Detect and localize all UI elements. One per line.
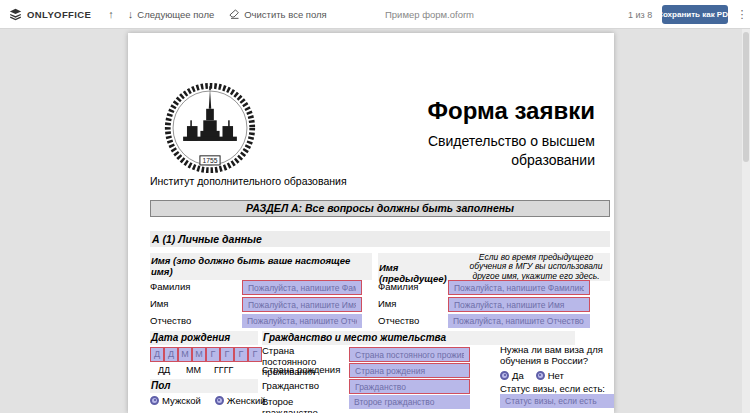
visa-no-radio[interactable] bbox=[536, 371, 545, 380]
previous-firstname-field[interactable] bbox=[448, 297, 590, 312]
current-surname-row: Фамилия bbox=[150, 280, 384, 295]
msu-building-silhouette bbox=[183, 86, 237, 141]
male-label: Мужской bbox=[162, 395, 201, 406]
date-year-cell[interactable]: Г bbox=[248, 347, 262, 362]
arrow-up-icon: ↑ bbox=[108, 8, 114, 20]
msu-emblem-logo: 1755 bbox=[162, 80, 258, 176]
month-hint: ММ bbox=[186, 365, 201, 375]
date-year-cell[interactable]: Г bbox=[220, 347, 234, 362]
date-year-cell[interactable]: Г bbox=[234, 347, 248, 362]
date-year-cell[interactable]: Г bbox=[206, 347, 220, 362]
gender-header: Пол bbox=[150, 379, 258, 393]
onlyoffice-logo: ONLYOFFICE bbox=[0, 8, 101, 21]
visa-column: Нужна ли вам виза для обучения в России?… bbox=[500, 344, 632, 366]
birth-country-field[interactable] bbox=[349, 363, 470, 378]
male-radio[interactable] bbox=[150, 396, 159, 405]
date-month-cell[interactable]: М bbox=[192, 347, 206, 362]
day-hint: ДД bbox=[158, 365, 170, 375]
citizenship-header: Гражданство и место жительства bbox=[262, 331, 575, 345]
current-name-header: Имя (это должно быть ваше настоящее имя) bbox=[150, 253, 372, 280]
brand-name: ONLYOFFICE bbox=[27, 9, 91, 20]
date-day-cell[interactable]: Д bbox=[150, 347, 164, 362]
institute-line: Институт дополнительного образования bbox=[150, 175, 347, 187]
current-surname-field[interactable] bbox=[242, 280, 362, 295]
birth-date-header: Дата рождения bbox=[150, 331, 258, 345]
citizenship-field[interactable] bbox=[349, 379, 470, 394]
visa-question: Нужна ли вам виза для обучения в России? bbox=[500, 344, 632, 366]
arrow-down-icon: ↓ bbox=[128, 8, 134, 20]
emblem-year: 1755 bbox=[203, 157, 218, 164]
form-subtitle: Свидетельство о высшем образовании bbox=[417, 132, 595, 170]
previous-patronymic-field[interactable] bbox=[448, 314, 590, 328]
eraser-icon bbox=[228, 8, 240, 20]
birth-date-cells: Д Д М М Г Г Г Г bbox=[150, 347, 262, 362]
scrollbar-thumb[interactable] bbox=[743, 32, 749, 162]
firstname-label: Имя bbox=[150, 297, 169, 311]
previous-surname-field[interactable] bbox=[448, 280, 590, 295]
surname-label: Фамилия bbox=[150, 280, 190, 294]
citizenship-label: Гражданство bbox=[262, 381, 350, 392]
patronymic-label: Отчество bbox=[378, 314, 419, 328]
next-field-label: Следующее поле bbox=[137, 9, 214, 20]
current-firstname-field[interactable] bbox=[242, 297, 362, 312]
document-page: 1755 Форма заявки Свидетельство о высшем… bbox=[128, 33, 614, 413]
next-field-button[interactable]: ↓ Следующее поле bbox=[121, 3, 221, 25]
save-as-pdf-button[interactable]: Сохранить как PDF bbox=[662, 5, 728, 24]
residence-country-field[interactable] bbox=[349, 347, 470, 362]
birth-country-label: Страна рождения bbox=[262, 365, 350, 376]
patronymic-label: Отчество bbox=[150, 314, 191, 328]
visa-yes-radio[interactable] bbox=[500, 371, 509, 380]
date-day-cell[interactable]: Д bbox=[164, 347, 178, 362]
visa-options: ДаНет bbox=[500, 369, 564, 381]
visa-no-label: Нет bbox=[548, 370, 564, 381]
second-citizenship-field[interactable] bbox=[349, 395, 470, 409]
surname-label: Фамилия bbox=[378, 280, 418, 294]
subsection-a1-header: А (1) Личные данные bbox=[150, 231, 610, 247]
date-month-cell[interactable]: М bbox=[178, 347, 192, 362]
clear-all-fields-button[interactable]: Очистить все поля bbox=[221, 3, 334, 25]
previous-surname-row: Фамилия bbox=[378, 280, 610, 295]
gender-options: МужскойЖенский bbox=[150, 394, 266, 406]
form-title: Форма заявки bbox=[428, 97, 595, 125]
page-indicator: 1 из 8 bbox=[628, 0, 652, 29]
document-file-name: Пример форм.oform bbox=[385, 0, 474, 29]
previous-name-header-cell: Имя (предыдущее) Если во время предыдуще… bbox=[378, 253, 610, 281]
visa-status-field[interactable] bbox=[500, 394, 614, 408]
form-filler-app: ONLYOFFICE ↑ ↓ Следующее поле Очистить в… bbox=[0, 0, 750, 413]
current-patronymic-row: Отчество bbox=[150, 314, 384, 329]
name-table: Имя (это должно быть ваше настоящее имя)… bbox=[150, 253, 610, 331]
visa-yes-label: Да bbox=[512, 370, 524, 381]
toolbar: ONLYOFFICE ↑ ↓ Следующее поле Очистить в… bbox=[0, 0, 750, 29]
year-hint: ГГГГ bbox=[214, 365, 234, 375]
visa-status-label: Статус визы, если есть: bbox=[500, 383, 605, 394]
firstname-label: Имя bbox=[378, 297, 397, 311]
section-a-header: РАЗДЕЛ А: Все вопросы должны быть заполн… bbox=[150, 200, 610, 217]
previous-patronymic-row: Отчество bbox=[378, 314, 610, 329]
previous-field-button[interactable]: ↑ bbox=[101, 3, 121, 25]
onlyoffice-layers-icon bbox=[9, 8, 22, 21]
previous-name-note: Если во время предыдущего обучения в МГУ… bbox=[462, 253, 610, 281]
clear-all-fields-label: Очистить все поля bbox=[244, 9, 327, 20]
birth-citizenship-table: Дата рождения Гражданство и место житель… bbox=[150, 331, 610, 413]
female-label: Женский bbox=[227, 395, 266, 406]
previous-firstname-row: Имя bbox=[378, 297, 610, 312]
current-firstname-row: Имя bbox=[150, 297, 384, 312]
female-radio[interactable] bbox=[215, 396, 224, 405]
current-patronymic-field[interactable] bbox=[242, 314, 362, 328]
scrollbar[interactable] bbox=[742, 29, 750, 413]
more-menu-icon[interactable]: ⋮ bbox=[735, 0, 749, 29]
second-citizenship-label: Второе гражданство bbox=[262, 397, 350, 413]
